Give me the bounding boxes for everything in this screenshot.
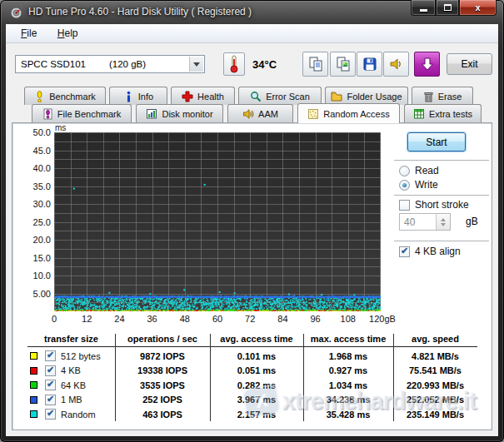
avg-access-value: 0.282 ms — [210, 380, 303, 390]
x-tick: 0 — [52, 314, 57, 324]
align-checkbox[interactable]: 4 KB align — [399, 246, 461, 257]
spin-up-icon — [441, 216, 446, 221]
y-tick: 5.00 — [12, 289, 51, 299]
y-tick: 30.0 — [12, 199, 51, 209]
spinner-buttons[interactable] — [436, 214, 450, 230]
x-tick: 12 — [82, 314, 92, 324]
close-button[interactable]: x — [459, 0, 497, 16]
write-label: Write — [415, 179, 438, 191]
tab-aam[interactable]: AAM — [227, 104, 293, 122]
avg-speed-value: 235.149 MB/s — [393, 410, 477, 420]
col-header: avg. speed — [393, 334, 477, 345]
avg-speed-value: 220.993 MB/s — [393, 380, 477, 390]
row-checkbox[interactable] — [45, 350, 56, 361]
exit-button[interactable]: Exit — [447, 53, 492, 75]
save-icon — [362, 56, 378, 72]
tab-benchmark[interactable]: Benchmark — [24, 87, 106, 105]
tab-folder-usage[interactable]: Folder Usage — [325, 87, 408, 105]
tab-erase[interactable]: Erase — [412, 87, 473, 105]
max-access-value: 0.927 ms — [303, 365, 393, 375]
copy-image-icon — [335, 56, 352, 72]
short-stroke-size-field[interactable]: 40 — [399, 213, 451, 231]
series-color-swatch — [30, 367, 37, 375]
random-access-panel: ms 50.0 45.0 40.0 35.0 30.0 25.0 20.0 15… — [12, 122, 492, 430]
copy-text-button[interactable] — [302, 52, 328, 77]
transfer-size-label: 4 KB — [61, 365, 81, 375]
tab-error-scan[interactable]: Error Scan — [238, 87, 322, 105]
read-label: Read — [415, 165, 439, 176]
start-button[interactable]: Start — [407, 132, 466, 151]
checkbox-icon — [399, 200, 410, 211]
copy-text-icon — [307, 56, 324, 72]
series-color-swatch — [30, 381, 37, 389]
row-checkbox[interactable] — [45, 395, 56, 405]
window-title: HD Tune Pro 4.60 - Hard Disk Utility ( R… — [28, 6, 252, 17]
avg-access-value: 3.967 ms — [210, 395, 303, 405]
tab-label: Random Access — [323, 109, 389, 119]
speaker-button[interactable] — [383, 52, 409, 77]
x-tick: 72 — [245, 314, 255, 324]
speaker-icon — [388, 56, 405, 72]
ops-value: 19338 IOPS — [115, 365, 210, 375]
tab-health[interactable]: Health — [171, 87, 235, 105]
minimize-button[interactable] — [411, 0, 436, 16]
drive-size: (120 gB) — [109, 59, 146, 69]
table-row: Random 463 IOPS 2.157 ms 35.428 ms 235.1… — [27, 407, 477, 421]
radio-icon — [399, 166, 410, 176]
x-tick: 24 — [114, 314, 124, 324]
close-icon: x — [475, 2, 480, 12]
tab-label: Erase — [438, 92, 462, 102]
col-header: transfer size — [27, 334, 115, 345]
maximize-button[interactable] — [436, 0, 459, 16]
y-tick: 15.0 — [12, 253, 51, 263]
menu-help[interactable]: Help — [49, 24, 87, 39]
copy-image-button[interactable] — [330, 52, 356, 77]
write-radio[interactable]: Write — [399, 179, 438, 191]
toolbar: SPCC SSD101 (120 gB) 34°C — [6, 43, 498, 87]
drive-select[interactable]: SPCC SSD101 (120 gB) — [15, 55, 205, 73]
ops-value: 252 IOPS — [115, 395, 210, 405]
menu-file[interactable]: File — [12, 24, 45, 39]
col-header: avg. access time — [210, 334, 303, 345]
temperature-button[interactable] — [223, 52, 245, 76]
checkbox-checked-icon — [399, 246, 410, 257]
title-bar[interactable]: HD Tune Pro 4.60 - Hard Disk Utility ( R… — [0, 0, 504, 24]
minimize-icon — [420, 9, 427, 12]
x-tick: 36 — [147, 314, 157, 324]
extra-tests-icon — [413, 108, 425, 119]
tab-file-benchmark[interactable]: File Benchmark — [32, 104, 132, 122]
tab-random-access[interactable]: Random Access — [297, 103, 400, 123]
table-row: 64 KB 3535 IOPS 0.282 ms 1.034 ms 220.99… — [27, 378, 477, 392]
row-checkbox[interactable] — [45, 409, 56, 420]
series-color-swatch — [30, 396, 37, 404]
x-tick: 120gB — [369, 314, 396, 324]
tab-label: Disk monitor — [162, 109, 212, 119]
error-scan-icon — [250, 91, 262, 102]
transfer-size-label: 64 KB — [61, 380, 86, 390]
exit-label: Exit — [461, 58, 477, 70]
avg-speed-value: 4.821 MB/s — [393, 351, 477, 361]
y-tick: 35.0 — [12, 181, 51, 191]
radio-selected-icon — [399, 180, 410, 191]
table-row: 1 MB 252 IOPS 3.967 ms 34.238 ms 252.052… — [27, 393, 477, 407]
disk-monitor-icon — [146, 108, 157, 119]
tab-info[interactable]: Info — [109, 87, 167, 105]
row-checkbox[interactable] — [45, 365, 56, 376]
x-tick: 60 — [212, 314, 222, 324]
tab-label: File Benchmark — [57, 109, 121, 119]
update-button[interactable] — [414, 52, 440, 77]
download-arrow-icon — [420, 57, 435, 72]
app-icon — [10, 7, 22, 19]
tab-extra-tests[interactable]: Extra tests — [404, 104, 482, 122]
read-radio[interactable]: Read — [399, 165, 439, 176]
thermometer-icon — [228, 55, 240, 73]
short-stroke-checkbox[interactable]: Short stroke — [399, 199, 469, 211]
y-tick: 25.0 — [12, 217, 51, 227]
tab-disk-monitor[interactable]: Disk monitor — [136, 104, 223, 122]
y-tick: 10.0 — [12, 271, 51, 281]
y-tick: 45.0 — [12, 146, 51, 156]
row-checkbox[interactable] — [45, 380, 56, 390]
max-access-value: 1.034 ms — [303, 380, 393, 390]
tab-label: Info — [138, 92, 153, 102]
save-button[interactable] — [357, 52, 382, 77]
